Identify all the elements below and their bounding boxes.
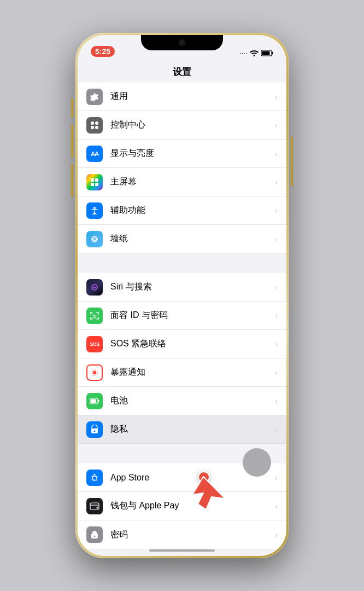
chevron-icon: › <box>275 502 278 511</box>
chevron-icon: › <box>275 121 278 130</box>
chevron-icon: › <box>275 311 278 320</box>
svg-rect-21 <box>98 399 99 402</box>
wifi-icon <box>250 50 259 56</box>
separator <box>78 253 286 273</box>
faceid-icon <box>86 308 103 324</box>
chevron-icon: › <box>275 473 278 482</box>
svg-point-6 <box>95 121 98 125</box>
svg-point-17 <box>96 315 97 316</box>
status-icons: ···· <box>240 49 273 57</box>
svg-rect-2 <box>272 52 273 55</box>
svg-point-24 <box>94 430 96 432</box>
accessibility-label: 辅助功能 <box>110 205 275 216</box>
faceid-label: 面容 ID 与密码 <box>110 310 275 321</box>
svg-point-27 <box>97 507 98 508</box>
control-center-icon <box>86 117 103 134</box>
chevron-icon: › <box>275 283 278 292</box>
settings-item-home-screen[interactable]: 主屏幕 › <box>78 168 286 196</box>
battery-icon <box>261 50 273 56</box>
svg-point-18 <box>93 371 96 374</box>
display-label: 显示与亮度 <box>110 148 275 159</box>
wallpaper-label: 墙纸 <box>110 233 275 245</box>
appstore-label: App Store <box>110 473 275 483</box>
home-screen-icon <box>86 174 103 190</box>
exposure-label: 暴露通知 <box>110 367 275 378</box>
settings-item-general[interactable]: 通用 › <box>78 83 286 111</box>
sos-label: SOS 紧急联络 <box>110 338 275 350</box>
exposure-icon <box>86 364 103 381</box>
svg-rect-10 <box>95 178 98 182</box>
phone-screen: 5:25 ···· 设置 <box>78 35 286 556</box>
volume-down-button <box>71 164 73 197</box>
wallet-label: 钱包与 Apple Pay <box>110 500 275 512</box>
page-title: 设置 <box>78 59 286 83</box>
password-icon <box>86 526 103 543</box>
settings-item-accessibility[interactable]: 辅助功能 › <box>78 196 286 225</box>
settings-item-exposure[interactable]: 暴露通知 › <box>78 358 286 387</box>
svg-point-7 <box>91 126 94 129</box>
settings-item-wallpaper[interactable]: 墙纸 › <box>78 225 286 253</box>
wallpaper-icon <box>86 231 103 247</box>
privacy-icon <box>86 421 103 438</box>
control-center-label: 控制中心 <box>110 119 275 131</box>
password-label: 密码 <box>110 529 275 541</box>
chevron-icon: › <box>275 235 278 244</box>
siri-label: Siri 与搜索 <box>110 281 275 293</box>
signal-icon: ···· <box>240 49 247 57</box>
general-label: 通用 <box>110 91 275 102</box>
display-icon: AA <box>86 146 103 162</box>
home-screen-label: 主屏幕 <box>110 176 275 188</box>
svg-rect-26 <box>90 505 99 506</box>
settings-list: 通用 › 控制中心 › <box>78 83 286 549</box>
home-indicator <box>149 549 215 552</box>
settings-item-password[interactable]: 密码 › <box>78 520 286 549</box>
svg-point-5 <box>91 121 94 125</box>
power-button <box>291 137 293 186</box>
volume-up-button <box>71 125 73 158</box>
settings-item-wallet[interactable]: 钱包与 Apple Pay › <box>78 492 286 520</box>
settings-item-control-center[interactable]: 控制中心 › <box>78 111 286 140</box>
svg-point-16 <box>93 315 94 316</box>
notch <box>141 35 223 50</box>
chevron-icon: › <box>275 92 278 101</box>
siri-icon <box>86 279 103 296</box>
chevron-icon: › <box>275 206 278 215</box>
settings-item-appstore[interactable]: App Store › <box>78 463 286 492</box>
svg-point-0 <box>254 55 255 57</box>
wallet-icon <box>86 498 103 514</box>
settings-item-siri[interactable]: Siri 与搜索 › <box>78 273 286 302</box>
svg-rect-9 <box>91 178 94 182</box>
phone-frame: 5:25 ···· 设置 <box>75 33 289 558</box>
svg-rect-11 <box>91 183 94 186</box>
settings-screen: 设置 通用 › <box>78 59 286 556</box>
svg-rect-22 <box>91 399 96 403</box>
chevron-icon: › <box>275 530 278 539</box>
accessibility-icon <box>86 202 103 219</box>
settings-item-sos[interactable]: SOS SOS 紧急联络 › <box>78 330 286 358</box>
svg-rect-12 <box>95 183 98 186</box>
battery-label: 电池 <box>110 395 275 407</box>
svg-point-13 <box>93 207 96 209</box>
sos-icon: SOS <box>86 336 103 352</box>
chevron-icon: › <box>275 178 278 187</box>
settings-item-faceid[interactable]: 面容 ID 与密码 › <box>78 302 286 330</box>
svg-point-8 <box>95 126 98 129</box>
appstore-icon <box>86 470 103 486</box>
privacy-label: 隐私 <box>110 424 275 435</box>
svg-rect-3 <box>262 51 270 55</box>
settings-item-battery[interactable]: 电池 › <box>78 387 286 415</box>
status-time: 5:25 <box>91 46 115 57</box>
settings-item-privacy[interactable]: 隐私 › <box>78 415 286 444</box>
settings-item-display[interactable]: AA 显示与亮度 › <box>78 140 286 168</box>
mute-button <box>71 99 73 118</box>
battery-settings-icon <box>86 393 103 409</box>
chevron-icon: › <box>275 340 278 349</box>
chevron-icon: › <box>275 149 278 158</box>
chevron-icon: › <box>275 368 278 377</box>
chevron-icon: › <box>275 397 278 405</box>
general-icon <box>86 89 103 105</box>
chevron-icon: › <box>275 425 278 434</box>
separator2 <box>78 444 286 463</box>
svg-point-29 <box>94 536 96 537</box>
